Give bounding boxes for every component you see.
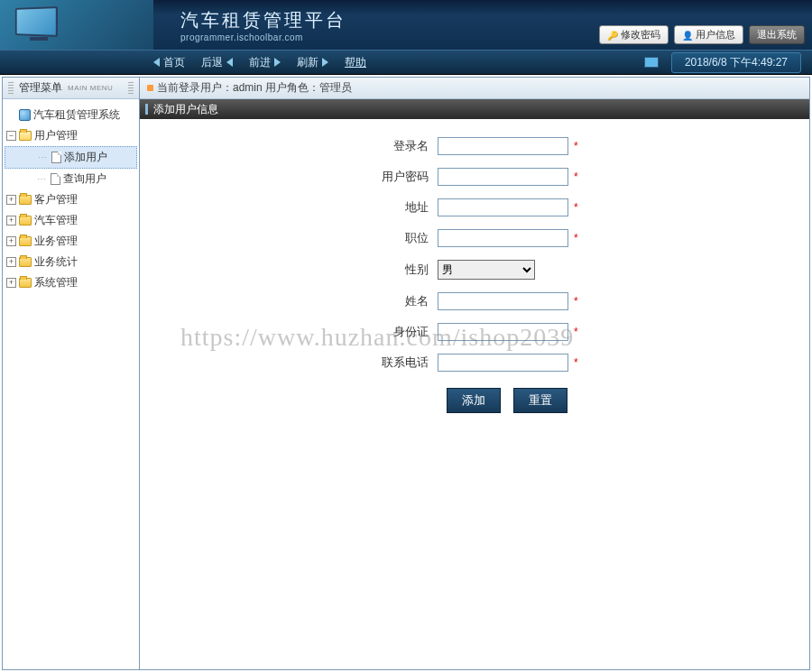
sidebar: 管理菜单 MAIN MENU 汽车租赁管理系统 −用户管理 ⋯添加用户 ⋯查询用… — [3, 78, 140, 669]
arrow-left-icon — [153, 58, 160, 67]
required-mark: * — [574, 295, 578, 308]
grip-icon — [128, 82, 134, 95]
required-mark: * — [574, 201, 578, 214]
label-login: 登录名 — [140, 138, 438, 154]
input-name[interactable] — [438, 292, 568, 310]
page-icon — [51, 173, 60, 185]
expand-icon[interactable]: + — [6, 195, 16, 205]
arrow-right-icon — [274, 58, 281, 67]
nav-right: 2018/6/8 下午4:49:27 — [644, 52, 801, 73]
expand-icon[interactable]: + — [6, 216, 16, 226]
input-login[interactable] — [438, 137, 568, 155]
status-text: 当前登录用户：admin 用户角色：管理员 — [157, 80, 352, 96]
status-bar: 当前登录用户：admin 用户角色：管理员 — [140, 78, 809, 99]
panel-title: 添加用户信息 — [153, 102, 218, 117]
add-button[interactable]: 添加 — [447, 388, 501, 413]
tree-biz-mgmt[interactable]: +业务管理 — [5, 231, 137, 252]
header-actions: 修改密码 用户信息 退出系统 — [599, 25, 805, 44]
tree-query-user[interactable]: ⋯查询用户 — [5, 169, 137, 189]
folder-icon — [19, 236, 32, 246]
logout-button[interactable]: 退出系统 — [749, 25, 805, 44]
arrow-right-icon — [322, 58, 328, 67]
page-icon — [51, 152, 61, 163]
label-position: 职位 — [140, 230, 438, 246]
user-info-button[interactable]: 用户信息 — [674, 25, 743, 44]
user-icon — [682, 30, 693, 41]
grip-icon — [8, 82, 14, 95]
tree-sys-mgmt[interactable]: +系统管理 — [5, 272, 137, 293]
main-area: 管理菜单 MAIN MENU 汽车租赁管理系统 −用户管理 ⋯添加用户 ⋯查询用… — [2, 77, 810, 670]
navbar: 首页 后退 前进 刷新 帮助 2018/6/8 下午4:49:27 — [0, 50, 812, 75]
key-icon — [607, 30, 618, 41]
tree-biz-stat[interactable]: +业务统计 — [5, 252, 137, 272]
form-area: 登录名* 用户密码* 地址* 职位* 性别男 姓名* 身份证* 联系电话* 添加… — [140, 119, 809, 413]
logo-area — [0, 0, 153, 50]
nav-home[interactable]: 首页 — [153, 55, 185, 70]
display-icon — [644, 57, 659, 68]
select-gender[interactable]: 男 — [438, 260, 535, 280]
tree-root[interactable]: 汽车租赁管理系统 — [5, 105, 137, 125]
label-password: 用户密码 — [140, 169, 438, 185]
clock: 2018/6/8 下午4:49:27 — [671, 52, 801, 73]
content-area: 当前登录用户：admin 用户角色：管理员 添加用户信息 登录名* 用户密码* … — [140, 78, 809, 669]
panel-title-bar: 添加用户信息 — [140, 99, 809, 119]
input-password[interactable] — [438, 168, 568, 186]
label-address: 地址 — [140, 199, 438, 216]
label-phone: 联系电话 — [140, 354, 438, 371]
tree-customer-mgmt[interactable]: +客户管理 — [5, 189, 137, 210]
folder-icon — [19, 195, 32, 205]
title-bar-icon — [145, 104, 148, 115]
sidebar-title: 管理菜单 — [19, 80, 62, 96]
input-address[interactable] — [438, 198, 568, 216]
tree-car-mgmt[interactable]: +汽车管理 — [5, 210, 137, 231]
required-mark: * — [574, 232, 578, 244]
label-gender: 性别 — [140, 262, 438, 278]
label-idcard: 身份证 — [140, 324, 438, 340]
system-icon — [19, 109, 31, 121]
input-idcard[interactable] — [438, 323, 568, 341]
folder-icon — [19, 257, 32, 267]
required-mark: * — [574, 170, 578, 183]
required-mark: * — [574, 356, 578, 369]
label-name: 姓名 — [140, 293, 438, 309]
expand-icon[interactable]: + — [6, 278, 16, 288]
sidebar-header: 管理菜单 MAIN MENU — [3, 78, 139, 99]
nav-help[interactable]: 帮助 — [345, 55, 366, 70]
collapse-icon[interactable]: − — [6, 131, 16, 141]
nav-links: 首页 后退 前进 刷新 帮助 — [153, 55, 366, 70]
reset-button[interactable]: 重置 — [513, 388, 567, 413]
tree-user-mgmt[interactable]: −用户管理 — [5, 125, 137, 146]
folder-open-icon — [19, 131, 32, 141]
nav-refresh[interactable]: 刷新 — [297, 55, 328, 70]
input-position[interactable] — [438, 229, 568, 247]
status-dot-icon — [147, 85, 153, 91]
nav-forward[interactable]: 前进 — [249, 55, 281, 70]
expand-icon[interactable]: + — [6, 257, 16, 267]
folder-icon — [19, 216, 32, 226]
monitor-icon — [14, 7, 63, 45]
required-mark: * — [574, 326, 578, 338]
tree-add-user[interactable]: ⋯添加用户 — [5, 146, 137, 169]
app-header: 汽车租赁管理平台 programmer.ischoolbar.com 修改密码 … — [0, 0, 812, 50]
required-mark: * — [574, 140, 578, 152]
input-phone[interactable] — [438, 354, 568, 372]
nav-tree: 汽车租赁管理系统 −用户管理 ⋯添加用户 ⋯查询用户 +客户管理 +汽车管理 +… — [3, 99, 139, 299]
folder-icon — [19, 278, 32, 288]
change-password-button[interactable]: 修改密码 — [599, 25, 669, 44]
sidebar-subtitle: MAIN MENU — [68, 84, 113, 92]
nav-back[interactable]: 后退 — [201, 55, 233, 70]
arrow-left-icon — [226, 58, 233, 67]
expand-icon[interactable]: + — [6, 236, 16, 246]
